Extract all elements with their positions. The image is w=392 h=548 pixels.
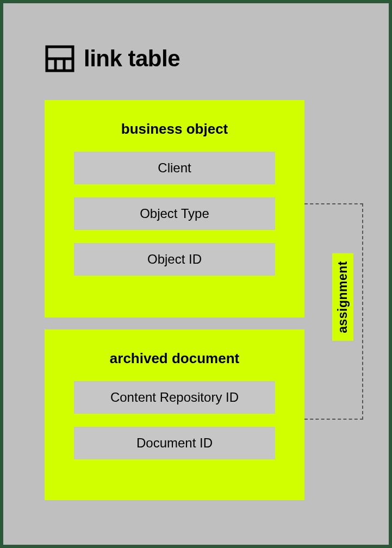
- field-document-id: Document ID: [74, 427, 275, 459]
- table-icon: [45, 43, 75, 74]
- page-title: link table: [84, 46, 180, 72]
- field-client: Client: [74, 152, 275, 184]
- field-object-type: Object Type: [74, 197, 275, 230]
- business-object-card: business object Client Object Type Objec…: [45, 100, 304, 317]
- page-title-row: link table: [45, 43, 180, 74]
- archived-document-card: archived document Content Repository ID …: [45, 329, 304, 500]
- field-content-repository-id: Content Repository ID: [74, 381, 275, 414]
- assignment-label: assignment: [332, 253, 353, 341]
- field-object-id: Object ID: [74, 243, 275, 276]
- business-object-title: business object: [74, 121, 275, 138]
- archived-document-title: archived document: [74, 350, 275, 367]
